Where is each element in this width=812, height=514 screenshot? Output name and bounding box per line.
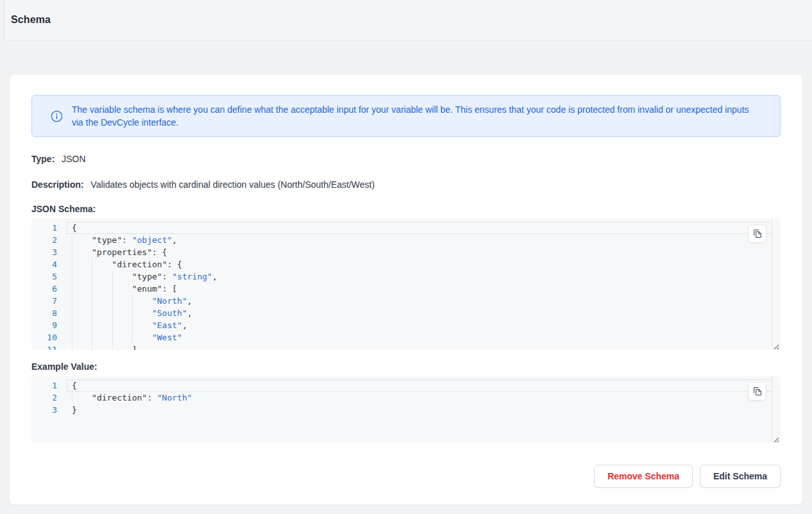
line-number: 9: [31, 319, 67, 331]
example-value-editor[interactable]: 1{2"direction": "North"3}: [31, 376, 781, 443]
copy-button[interactable]: [748, 382, 766, 401]
edit-schema-button[interactable]: Edit Schema: [700, 465, 781, 488]
json-schema-label: JSON Schema:: [31, 204, 781, 215]
code-line: 11]: [31, 344, 772, 350]
code-line: 4"direction": {: [31, 258, 772, 270]
code-line: 6"enum": [: [31, 283, 772, 295]
scrollbar-track[interactable]: [772, 219, 772, 350]
line-number: 3: [31, 246, 67, 258]
code-content: "West": [67, 331, 772, 344]
code-content: {: [67, 379, 772, 392]
code-content: "type": "string",: [67, 270, 772, 283]
code-lines: 1{2"type": "object",3"properties": {4"di…: [31, 219, 772, 350]
info-alert: The variable schema is where you can def…: [31, 95, 781, 137]
code-content: "South",: [67, 307, 772, 319]
code-line: 1{: [31, 379, 772, 392]
resize-grip-icon: [772, 436, 779, 443]
code-content: "North",: [67, 295, 772, 307]
code-line: 2"direction": "North": [31, 392, 772, 404]
line-number: 2: [31, 234, 67, 246]
main-area: The variable schema is where you can def…: [0, 40, 812, 505]
page-title: Schema: [11, 14, 51, 26]
code-line: 3}: [31, 404, 772, 416]
line-number: 1: [31, 379, 67, 392]
code-line: 8"South",: [31, 307, 772, 319]
line-number: 2: [31, 392, 67, 404]
code-content: "type": "object",: [67, 234, 772, 246]
line-number: 4: [31, 258, 67, 270]
code-content: {: [67, 222, 772, 234]
line-number: 1: [31, 222, 67, 234]
example-value-label: Example Value:: [31, 361, 781, 372]
resize-grip[interactable]: [772, 342, 779, 349]
resize-grip-icon: [772, 343, 779, 350]
code-content: }: [67, 404, 772, 416]
code-content: ]: [67, 344, 772, 350]
code-line: 2"type": "object",: [31, 234, 772, 246]
line-number: 11: [31, 344, 67, 350]
line-number: 8: [31, 307, 67, 319]
copy-icon: [752, 229, 762, 238]
code-content: "enum": [: [67, 283, 772, 295]
code-line: 10"West": [31, 331, 772, 344]
description-row: Description: Validates objects with card…: [31, 178, 781, 191]
code-content: "properties": {: [67, 246, 772, 258]
info-circle-icon: [41, 110, 72, 122]
alert-text: The variable schema is where you can def…: [72, 103, 761, 129]
code-line: 3"properties": {: [31, 246, 772, 258]
description-value: Validates objects with cardinal directio…: [91, 179, 375, 190]
type-row: Type: JSON: [31, 153, 781, 165]
copy-icon: [752, 386, 762, 396]
code-content: "direction": "North": [67, 392, 772, 404]
line-number: 10: [31, 331, 67, 344]
page-header: Schema: [4, 0, 812, 40]
code-lines: 1{2"direction": "North"3}: [31, 376, 772, 416]
code-line: 7"North",: [31, 295, 772, 307]
line-number: 3: [31, 404, 67, 416]
description-label: Description:: [31, 179, 84, 190]
code-line: 5"type": "string",: [31, 270, 772, 283]
code-line: 1{: [31, 222, 772, 234]
remove-schema-button[interactable]: Remove Schema: [594, 465, 693, 488]
footer-actions: Remove Schema Edit Schema: [31, 465, 781, 488]
type-value: JSON: [62, 154, 85, 164]
resize-grip[interactable]: [772, 435, 779, 442]
code-line: 9"East",: [31, 319, 772, 331]
schema-card: The variable schema is where you can def…: [9, 74, 803, 505]
code-content: "direction": {: [67, 258, 772, 270]
type-label: Type:: [31, 154, 54, 164]
line-number: 7: [31, 295, 67, 307]
line-number: 6: [31, 283, 67, 295]
copy-button[interactable]: [748, 224, 766, 243]
line-number: 5: [31, 270, 67, 283]
code-content: "East",: [67, 319, 772, 331]
scrollbar-track[interactable]: [772, 376, 772, 443]
json-schema-editor[interactable]: 1{2"type": "object",3"properties": {4"di…: [31, 219, 781, 350]
